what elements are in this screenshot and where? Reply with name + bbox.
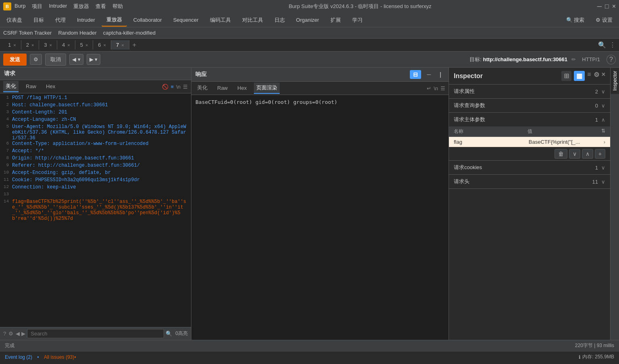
- nav-target[interactable]: 目标: [29, 14, 49, 26]
- title-bar: B Burp 项目 Intruder 重放器 查看 帮助 Burp Suite专…: [0, 0, 619, 13]
- inspector-active-icon[interactable]: ▦: [574, 71, 585, 81]
- request-tab-beautify[interactable]: 美化: [3, 81, 19, 92]
- inspector-section-headers-header[interactable]: 请求头 11 ∨: [449, 175, 610, 188]
- issues-link[interactable]: All issues (93): [44, 354, 74, 360]
- nav-sequencer[interactable]: Sequencer: [168, 14, 204, 25]
- inspector-section-body-header[interactable]: 请求主体参数 1 ∧: [449, 113, 610, 126]
- move-up-button[interactable]: ∧: [582, 149, 593, 159]
- gear-icon[interactable]: ⚙: [8, 331, 13, 337]
- move-down-button[interactable]: ∨: [569, 149, 580, 159]
- menu-intruder[interactable]: Intruder: [49, 3, 67, 10]
- subnav-captcha[interactable]: captcha-killer-modified: [103, 30, 156, 36]
- inspector-close-icon[interactable]: ×: [602, 71, 605, 81]
- vertical-split-icon[interactable]: |: [436, 70, 445, 79]
- inspector-grid-icon[interactable]: ⊞: [561, 71, 571, 81]
- nav-extensions[interactable]: 扩展: [326, 14, 346, 26]
- tab-more-icon[interactable]: ⋮: [609, 41, 616, 49]
- wrap-icon[interactable]: ≡: [171, 84, 174, 90]
- code-line-8: 8 Origin: http://challenge.basectf.fun:3…: [0, 155, 191, 163]
- code-line-5: 5 User-Agent: Mozilla/5.0 (Windows NT 10…: [0, 124, 191, 141]
- back-icon[interactable]: ◀: [16, 331, 20, 337]
- nav-proxy[interactable]: 代理: [50, 14, 71, 26]
- settings-button[interactable]: ⚙: [30, 54, 42, 65]
- nav-organizer[interactable]: Organizer: [291, 14, 324, 25]
- search-input[interactable]: [27, 329, 164, 338]
- nav-intruder[interactable]: Intruder: [72, 14, 100, 25]
- response-tab-render[interactable]: 页面渲染: [254, 83, 280, 94]
- tab-1[interactable]: 1×: [3, 40, 21, 50]
- sort-icon[interactable]: ⇅: [601, 128, 605, 135]
- menu-view[interactable]: 查看: [96, 3, 106, 10]
- cancel-button[interactable]: 取消: [45, 54, 66, 66]
- nav-settings[interactable]: ⚙ 设置: [591, 14, 617, 26]
- app-icon: B: [3, 2, 11, 10]
- help-button[interactable]: ?: [607, 55, 616, 64]
- horizontal-split-icon[interactable]: ─: [424, 70, 434, 79]
- minimize-button[interactable]: ─: [597, 3, 602, 10]
- send-button[interactable]: 发送: [3, 54, 27, 66]
- nav-search[interactable]: 🔍 搜索: [561, 14, 590, 26]
- close-button[interactable]: ×: [612, 3, 616, 10]
- tab-search-icon[interactable]: 🔍: [598, 41, 606, 49]
- http-version: HTTP/1: [582, 56, 600, 62]
- nav-encoder[interactable]: 编码工具: [205, 14, 236, 26]
- newline-icon[interactable]: \n: [176, 84, 181, 90]
- search-icon[interactable]: 🔍: [166, 331, 172, 337]
- help-icon[interactable]: ?: [3, 331, 6, 337]
- tab-5[interactable]: 5×: [75, 40, 93, 50]
- add-tab-button[interactable]: +: [129, 40, 139, 50]
- inspector-section-properties-header[interactable]: 请求属性 2 ∨: [449, 85, 610, 98]
- edit-target-icon[interactable]: ✏: [571, 56, 576, 62]
- nav-learn[interactable]: 学习: [347, 14, 368, 26]
- maximize-button[interactable]: □: [605, 3, 609, 10]
- inspector-settings-icon[interactable]: ⚙: [594, 71, 599, 81]
- nav-dashboard[interactable]: 仪表盘: [2, 14, 27, 26]
- inspector-section-query-header[interactable]: 请求查询参数 0 ∨: [449, 99, 610, 112]
- nav-repeater[interactable]: 重放器: [102, 14, 127, 27]
- response-tab-hex[interactable]: Hex: [235, 83, 249, 93]
- inspector-body-row[interactable]: flag BaseCTF{%print(''[_... ›: [449, 137, 610, 147]
- row-expand-icon[interactable]: ›: [604, 139, 605, 145]
- subnav-csrf[interactable]: CSRF Token Tracker: [3, 30, 52, 36]
- forward-icon[interactable]: ▶: [21, 331, 25, 337]
- event-log-link[interactable]: Event log (2): [5, 354, 32, 360]
- tab-6[interactable]: 6×: [93, 40, 111, 50]
- request-tab-hex[interactable]: Hex: [44, 82, 58, 92]
- status-right: 220字节 | 93 millis: [575, 342, 614, 349]
- delete-row-button[interactable]: 🗑: [555, 149, 567, 159]
- window-controls: ─ □ ×: [597, 3, 616, 10]
- subnav-random-header[interactable]: Random Header: [58, 30, 96, 36]
- menu-project[interactable]: 项目: [32, 3, 42, 10]
- request-tab-raw[interactable]: Raw: [23, 82, 39, 92]
- request-panel-icons: 🚫 ≡ \n ☰: [162, 84, 188, 90]
- sidebar-tab-inspector[interactable]: Inspector: [611, 68, 619, 94]
- event-log-dot: ●: [37, 355, 39, 359]
- add-row-button[interactable]: +: [595, 149, 605, 159]
- nav-comparer[interactable]: 对比工具: [237, 14, 268, 26]
- response-tab-raw[interactable]: Raw: [215, 83, 230, 93]
- split-view-icon[interactable]: ⊟: [410, 70, 421, 79]
- inspector-section-cookies-header[interactable]: 请求cookies 1 ∨: [449, 161, 610, 174]
- inspector-row-actions: 🗑 ∨ ∧ +: [449, 147, 610, 160]
- response-tab-beautify[interactable]: 美化: [195, 83, 210, 94]
- nav-logger[interactable]: 日志: [270, 14, 290, 26]
- menu-help[interactable]: 帮助: [112, 3, 123, 10]
- inspector-panel: Inspector ⊞ ▦ ≡ ⚙ × 请求属性 2 ∨ 请求查询参数 0 ∨: [449, 68, 610, 340]
- hide-icon[interactable]: 🚫: [162, 84, 168, 90]
- tab-4[interactable]: 4×: [57, 40, 75, 50]
- newline-icon[interactable]: \n: [434, 85, 438, 91]
- nav-collaborator[interactable]: Collaborator: [129, 14, 167, 25]
- more-icon[interactable]: ☰: [183, 84, 188, 90]
- more-icon[interactable]: ☰: [440, 85, 445, 91]
- request-code-area[interactable]: 1 POST /flag HTTP/1.1 2 Host: challenge.…: [0, 93, 191, 327]
- menu-burp[interactable]: Burp: [15, 3, 25, 10]
- tab-7[interactable]: 7×: [111, 40, 129, 50]
- menu-repeater[interactable]: 重放器: [73, 3, 89, 10]
- tab-2[interactable]: 2×: [21, 40, 39, 50]
- response-panel-icons: ↵ \n ☰: [427, 85, 445, 91]
- inspector-menu-icon[interactable]: ≡: [587, 71, 591, 81]
- tab-3[interactable]: 3×: [39, 40, 57, 50]
- next-button[interactable]: ▶ ▾: [87, 54, 101, 65]
- wrap-icon[interactable]: ↵: [427, 85, 431, 91]
- prev-button[interactable]: ◀ ▾: [69, 54, 83, 65]
